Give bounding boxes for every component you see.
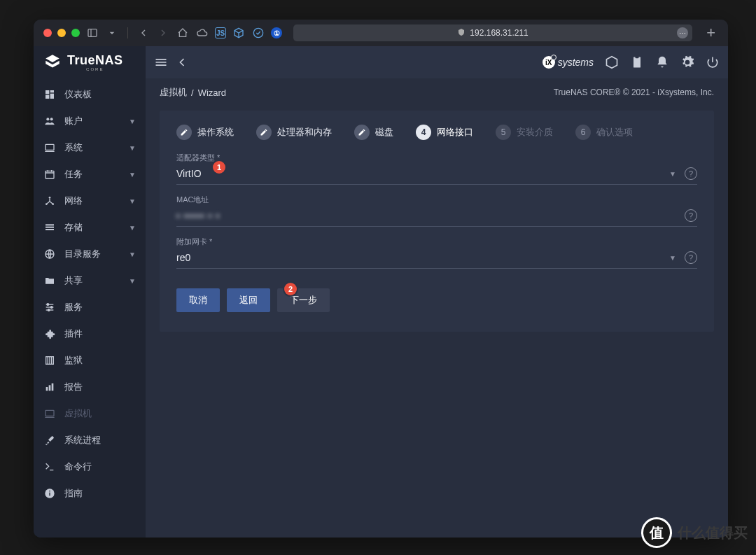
sidebar-toggle-icon[interactable] [85, 27, 99, 38]
adapter-type-select[interactable]: VirtIO [176, 168, 665, 179]
wizard-step: 5安装介质 [496, 125, 553, 140]
svg-rect-35 [49, 385, 51, 391]
sidebar-item-folder[interactable]: 共享▼ [34, 267, 146, 294]
minimize-window-button[interactable] [57, 29, 66, 37]
back-icon[interactable] [175, 55, 189, 69]
cube-header-icon[interactable] [605, 55, 619, 69]
laptop-icon [43, 142, 56, 153]
maximize-window-button[interactable] [71, 29, 80, 37]
sidebar-item-jail[interactable]: 监狱 [34, 347, 146, 374]
wizard-step: 6确认选项 [575, 125, 633, 140]
sidebar-item-terminal[interactable]: 命令行 [34, 454, 146, 480]
wrench-icon [43, 435, 56, 446]
svg-point-27 [47, 304, 49, 306]
adapter-type-field: 适配器类型 * VirtIO ▼ ? 1 [176, 153, 697, 185]
sidebar-item-bars[interactable]: 报告 [34, 374, 146, 400]
chevron-down-icon: ▼ [129, 118, 136, 125]
svg-rect-11 [46, 144, 54, 150]
sidebar-item-label: 插件 [64, 328, 83, 340]
chevron-down-icon[interactable]: ▼ [665, 170, 680, 178]
pencil-icon [256, 125, 272, 140]
svg-rect-8 [46, 95, 49, 99]
svg-rect-42 [49, 493, 50, 496]
breadcrumb-current: Wizard [198, 87, 226, 98]
sidebar-item-laptop[interactable]: 系统▼ [34, 134, 146, 161]
reader-badge-icon[interactable]: ⋯ [677, 27, 688, 38]
address-bar[interactable]: 192.168.31.211 ⋯ [293, 24, 692, 41]
sidebar-item-laptop[interactable]: 虚拟机 [34, 400, 146, 427]
sidebar-item-dashboard[interactable]: 仪表板 [34, 81, 146, 108]
mac-address-input[interactable]: ▪ ▪▪▪▪▪ ▪ ▪ [176, 210, 680, 221]
step-label: 网络接口 [437, 126, 473, 139]
back-button[interactable]: 返回 [227, 288, 270, 312]
wizard-card: 操作系统处理器和内存磁盘4网络接口5安装介质6确认选项 适配器类型 * Virt… [160, 111, 714, 332]
svg-point-39 [46, 443, 48, 444]
cloud-icon[interactable] [195, 27, 209, 38]
svg-point-43 [49, 491, 50, 492]
sidebar-item-puzzle[interactable]: 插件 [34, 321, 146, 347]
svg-point-9 [46, 118, 49, 120]
nav-back-icon[interactable] [136, 27, 150, 38]
sidebar-item-label: 存储 [64, 221, 83, 234]
sidebar-item-tune[interactable]: 服务 [34, 294, 146, 321]
menu-icon[interactable] [154, 55, 168, 69]
sidebar-item-people[interactable]: 账户▼ [34, 108, 146, 134]
wizard-step[interactable]: 操作系统 [176, 125, 234, 140]
sidebar-item-list[interactable]: 存储▼ [34, 214, 146, 241]
clipboard-icon[interactable] [630, 55, 644, 69]
nav-forward-icon[interactable] [156, 27, 170, 38]
help-icon[interactable]: ? [685, 251, 697, 264]
svg-rect-4 [636, 56, 639, 58]
breadcrumb-root[interactable]: 虚拟机 [160, 86, 187, 99]
bars-icon [43, 381, 56, 393]
step-label: 处理器和内存 [277, 126, 332, 139]
wizard-step[interactable]: 4网络接口 [416, 125, 473, 140]
nic-label: 附加网卡 * [176, 237, 697, 247]
cube-icon[interactable] [232, 27, 246, 38]
help-icon[interactable]: ? [685, 209, 697, 222]
power-icon[interactable] [706, 55, 720, 69]
mac-address-field: MAC地址 ▪ ▪▪▪▪▪ ▪ ▪ ? [176, 195, 697, 227]
brand-logo: TrueNAS CORE [34, 46, 146, 78]
nic-select[interactable]: re0 [176, 252, 665, 263]
svg-point-17 [49, 197, 51, 199]
svg-rect-13 [46, 171, 54, 178]
svg-point-10 [50, 118, 53, 120]
close-window-button[interactable] [43, 29, 52, 37]
sidebar-item-info[interactable]: 指南 [34, 480, 146, 507]
sidebar-item-wrench[interactable]: 系统进程 [34, 427, 146, 454]
wizard-step[interactable]: 磁盘 [354, 125, 393, 140]
js-badge-icon[interactable]: JS [215, 27, 226, 38]
help-icon[interactable]: ? [685, 167, 697, 180]
svg-rect-21 [46, 227, 54, 228]
svg-rect-7 [50, 94, 54, 99]
chevron-down-icon[interactable] [105, 27, 119, 38]
pencil-icon [354, 125, 370, 140]
bell-icon[interactable] [655, 55, 669, 69]
sidebar-item-label: 系统进程 [64, 434, 101, 447]
home-icon[interactable] [176, 27, 190, 38]
password-manager-icon[interactable]: ① [271, 27, 282, 38]
chevron-down-icon[interactable]: ▼ [665, 254, 680, 262]
wizard-step[interactable]: 处理器和内存 [256, 125, 332, 140]
sidebar: 仪表板账户▼系统▼任务▼网络▼存储▼目录服务▼共享▼服务插件监狱报告虚拟机系统进… [34, 78, 146, 538]
sidebar-item-label: 任务 [64, 168, 83, 181]
sidebar-item-label: 网络 [64, 195, 83, 207]
network-icon [43, 195, 56, 206]
svg-rect-36 [52, 384, 54, 391]
chevron-down-icon: ▼ [129, 197, 136, 205]
ixsystems-logo[interactable]: iXsystems [542, 56, 594, 69]
watermark: 值 什么值得买 [641, 517, 748, 548]
laptop-icon [43, 408, 56, 419]
truenas-logo-icon [43, 53, 62, 71]
cancel-button[interactable]: 取消 [176, 288, 220, 312]
sidebar-item-calendar[interactable]: 任务▼ [34, 161, 146, 188]
sidebar-item-globe[interactable]: 目录服务▼ [34, 241, 146, 267]
check-circle-icon[interactable] [251, 27, 265, 38]
gear-icon[interactable] [680, 55, 694, 69]
svg-rect-6 [50, 90, 54, 92]
sidebar-item-network[interactable]: 网络▼ [34, 188, 146, 214]
annotation-badge-2: 2 [284, 283, 297, 295]
new-tab-button[interactable]: + [704, 24, 718, 42]
svg-rect-34 [46, 387, 48, 391]
